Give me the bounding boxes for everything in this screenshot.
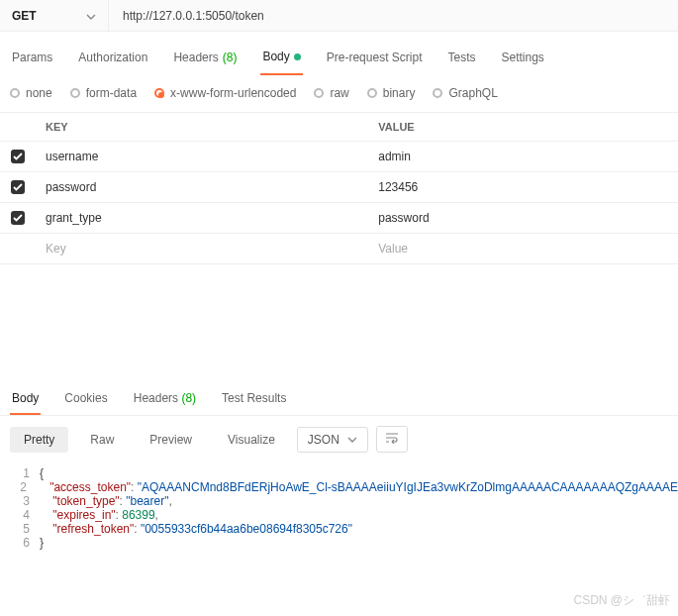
tab-body[interactable]: Body [260, 44, 302, 75]
url-input[interactable]: http://127.0.0.1:5050/token [109, 0, 678, 31]
radio-icon [433, 88, 442, 98]
tab-params[interactable]: Params [10, 44, 54, 74]
chevron-down-icon [86, 9, 96, 23]
bodytype-formdata[interactable]: form-data [70, 86, 137, 100]
bodytype-raw[interactable]: raw [314, 86, 348, 100]
tab-pre-request[interactable]: Pre-request Script [325, 44, 425, 74]
cell-key[interactable]: grant_type [36, 203, 368, 234]
resp-tab-headers[interactable]: Headers (8) [132, 385, 198, 415]
cell-value[interactable]: 123456 [368, 172, 678, 203]
cell-value[interactable]: password [368, 203, 678, 234]
code-line: 2 "access_token": "AQAAANCMnd8BFdERjHoAw… [0, 480, 678, 494]
view-pretty[interactable]: Pretty [10, 427, 68, 453]
cell-key[interactable]: username [36, 142, 368, 172]
checkbox[interactable] [11, 150, 25, 163]
tab-tests[interactable]: Tests [445, 44, 477, 74]
method-label: GET [12, 9, 37, 23]
resp-tab-test-results[interactable]: Test Results [220, 385, 288, 415]
tab-headers[interactable]: Headers (8) [171, 44, 239, 74]
cell-value[interactable]: admin [368, 142, 678, 172]
bodytype-xform[interactable]: x-www-form-urlencoded [154, 86, 296, 100]
table-row[interactable]: grant_typepassword [0, 203, 678, 234]
view-visualize[interactable]: Visualize [214, 427, 289, 453]
radio-icon [70, 88, 80, 98]
table-row[interactable]: usernameadmin [0, 142, 678, 172]
url-text: http://127.0.0.1:5050/token [123, 9, 264, 23]
tab-authorization[interactable]: Authorization [76, 44, 149, 74]
cell-key[interactable]: password [36, 172, 368, 203]
radio-icon [314, 88, 324, 98]
dot-icon [294, 53, 301, 60]
view-raw[interactable]: Raw [76, 427, 128, 453]
resp-headers-count: (8) [181, 391, 196, 405]
wrap-icon [385, 432, 399, 444]
resp-tab-cookies[interactable]: Cookies [62, 385, 109, 415]
code-line: 4 "expires_in": 86399, [0, 508, 678, 522]
radio-icon [154, 88, 164, 98]
tab-settings[interactable]: Settings [500, 44, 546, 74]
cell-value-placeholder[interactable]: Value [368, 234, 678, 264]
code-line: 5 "refresh_token": "0055933cf6b44aa6be08… [0, 522, 678, 536]
radio-icon [10, 88, 20, 98]
headers-count: (8) [223, 51, 238, 64]
col-key: KEY [36, 113, 368, 142]
bodytype-graphql[interactable]: GraphQL [433, 86, 497, 100]
code-line: 1{ [0, 466, 678, 480]
format-select[interactable]: JSON [297, 427, 368, 453]
table-row-new[interactable]: KeyValue [0, 234, 678, 264]
cell-key-placeholder[interactable]: Key [36, 234, 368, 264]
code-line: 3 "token_type": "bearer", [0, 494, 678, 508]
view-preview[interactable]: Preview [136, 427, 206, 453]
chevron-down-icon [347, 437, 357, 443]
resp-tab-body[interactable]: Body [10, 385, 41, 415]
method-select[interactable]: GET [0, 0, 109, 31]
response-body[interactable]: 1{2 "access_token": "AQAAANCMnd8BFdERjHo… [0, 462, 678, 564]
checkbox[interactable] [11, 211, 25, 225]
params-table: KEY VALUE usernameadminpassword123456gra… [0, 112, 678, 264]
checkbox[interactable] [11, 180, 25, 194]
bodytype-none[interactable]: none [10, 86, 52, 100]
wrap-lines-button[interactable] [376, 426, 408, 453]
table-row[interactable]: password123456 [0, 172, 678, 203]
code-line: 6} [0, 536, 678, 550]
radio-icon [367, 88, 377, 98]
col-value: VALUE [368, 113, 678, 142]
bodytype-binary[interactable]: binary [367, 86, 416, 100]
